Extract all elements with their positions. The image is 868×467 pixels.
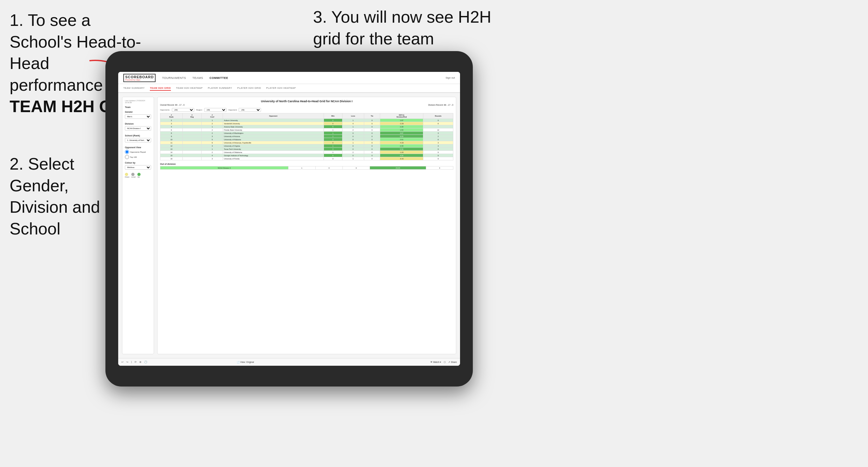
radio-opponents-played[interactable]: Opponents Played: [125, 150, 151, 154]
table-cell: 0: [342, 148, 364, 151]
table-cell: 6: [202, 141, 223, 145]
table-cell: University of Washington: [223, 132, 323, 135]
table-cell: -2.29: [380, 122, 423, 125]
refresh-icon[interactable]: ⟳: [134, 361, 137, 364]
clock-icon[interactable]: 🕐: [144, 361, 147, 364]
nav-tournaments[interactable]: TOURNAMENTS: [162, 76, 186, 80]
dot-down-label: Down: [125, 176, 129, 178]
table-cell: 10: [160, 138, 183, 141]
share-button[interactable]: ↗ Share: [448, 361, 457, 364]
subnav-team-summary[interactable]: TEAM SUMMARY: [123, 86, 145, 91]
table-cell: 1: [323, 132, 342, 135]
table-cell: 2: [342, 151, 364, 154]
table-cell: [182, 125, 201, 128]
table-cell: 0: [342, 135, 364, 138]
subnav-team-h2h-grid[interactable]: TEAM H2H GRID: [150, 86, 171, 91]
table-cell: 14: [160, 151, 183, 154]
forward-icon[interactable]: ⟩: [131, 361, 132, 364]
table-row: 123University of Virginia1002.333: [160, 145, 453, 148]
colour-by-label: Colour by: [125, 162, 151, 164]
gender-select[interactable]: Men's: [125, 114, 151, 119]
dot-up: [137, 173, 141, 176]
school-select[interactable]: 1. University of Nort...: [125, 138, 151, 143]
out-div-win: 1: [288, 166, 315, 169]
data-table: #Rank #Reg #Conf Opponent Win Loss Tie D…: [160, 113, 453, 160]
division-record: Division Record: 88 - 17 - 0: [428, 104, 453, 106]
table-cell: 9: [423, 157, 453, 160]
subnav-team-h2h-heatmap[interactable]: TEAM H2H HEATMAP: [176, 86, 203, 91]
table-cell: 3: [202, 157, 223, 160]
nav-bar: SCOREBOARD Powered by clippi TOURNAMENTS…: [118, 72, 460, 84]
table-cell: 8: [423, 138, 453, 141]
table-cell: 2: [423, 135, 453, 138]
filter-region-select[interactable]: (All): [204, 108, 226, 112]
table-cell: 1: [323, 151, 342, 154]
colour-dots: Down Level Up: [125, 173, 151, 178]
table-row: 93University of Arizona1009.002: [160, 135, 453, 138]
left-panel: Last Updated: 27/03/2024 16:55:38 Team G…: [122, 97, 154, 354]
table-row: 131Texas Tech University3005.569: [160, 148, 453, 151]
table-cell: 2: [202, 132, 223, 135]
logo: SCOREBOARD Powered by clippi: [123, 74, 156, 82]
table-cell: University of Oklahoma: [223, 151, 323, 154]
table-cell: 1.83: [380, 128, 423, 132]
table-row: 154Georgia Institute of Technology5004.5…: [160, 154, 453, 157]
table-row: 32Vanderbilt University040-2.298: [160, 122, 453, 125]
subnav-player-summary[interactable]: PLAYER SUMMARY: [208, 86, 232, 91]
col-opponent: Opponent: [223, 114, 323, 119]
nav-committee[interactable]: COMMITTEE: [210, 76, 228, 80]
table-cell: 3: [423, 141, 453, 145]
table-cell: [182, 151, 201, 154]
grid-title: University of North Carolina Head-to-Hea…: [160, 100, 453, 103]
col-reg: #Reg: [182, 114, 201, 119]
subnav-player-h2h-heatmap[interactable]: PLAYER H2H HEATMAP: [266, 86, 296, 91]
table-cell: [182, 148, 201, 151]
nav-teams[interactable]: TEAMS: [192, 76, 203, 80]
table-cell: 1.67: [380, 119, 423, 122]
redo-icon[interactable]: ↪: [126, 361, 128, 364]
table-cell: 13: [160, 148, 183, 151]
subnav-player-h2h-grid[interactable]: PLAYER H2H GRID: [237, 86, 261, 91]
sub-nav: TEAM SUMMARY TEAM H2H GRID TEAM H2H HEAT…: [118, 84, 460, 93]
col-rank: #Rank: [160, 114, 183, 119]
table-cell: University of Arizona: [223, 135, 323, 138]
table-cell: [182, 157, 201, 160]
main-content: Last Updated: 27/03/2024 16:55:38 Team G…: [118, 93, 460, 358]
table-cell: [182, 135, 201, 138]
right-panel: University of North Carolina Head-to-Hea…: [157, 97, 456, 354]
filter-opponent-select[interactable]: (All): [239, 108, 261, 112]
table-cell: 3: [202, 135, 223, 138]
radio-top100[interactable]: Top 100: [125, 155, 151, 159]
table-cell: 3.67: [380, 132, 423, 135]
undo-icon[interactable]: ↩: [121, 361, 124, 364]
filter-opponents-select[interactable]: (All): [172, 108, 194, 112]
share-icon[interactable]: ⬡: [444, 361, 446, 364]
table-cell: 3: [323, 157, 342, 160]
table-cell: 1: [202, 125, 223, 128]
table-cell: 2: [342, 128, 364, 132]
opponent-view-label: Opponent View: [125, 146, 151, 149]
table-cell: 1: [323, 145, 342, 148]
table-cell: University of Virginia: [223, 145, 323, 148]
out-div-rounds: 3: [426, 166, 453, 169]
table-cell: Vanderbilt University: [223, 122, 323, 125]
out-div-tie: 0: [343, 166, 370, 169]
table-cell: Arizona State University: [223, 125, 323, 128]
opponent-view-group: Opponents Played Top 100: [125, 150, 151, 159]
table-cell: 0: [364, 128, 380, 132]
zoom-icon[interactable]: ⊕: [139, 361, 142, 364]
colour-by-select[interactable]: Win/loss: [125, 165, 151, 169]
division-label: Division: [125, 123, 151, 125]
col-win: Win: [323, 114, 342, 119]
sign-out-link[interactable]: Sign out: [446, 76, 455, 79]
watch-button[interactable]: 👁 Watch ▾: [430, 361, 441, 364]
table-cell: University of Florida: [223, 157, 323, 160]
table-cell: 4: [160, 125, 183, 128]
table-cell: 0: [342, 154, 364, 157]
out-div-diff: 26.00: [370, 166, 426, 169]
division-select[interactable]: NCAA Division I: [125, 126, 151, 131]
overall-record: Overall Record: 89 - 17 - 0: [160, 104, 185, 106]
table-cell: 2: [323, 119, 342, 122]
table-row: 105University of Alabama3002.618: [160, 138, 453, 141]
table-cell: 0: [364, 135, 380, 138]
